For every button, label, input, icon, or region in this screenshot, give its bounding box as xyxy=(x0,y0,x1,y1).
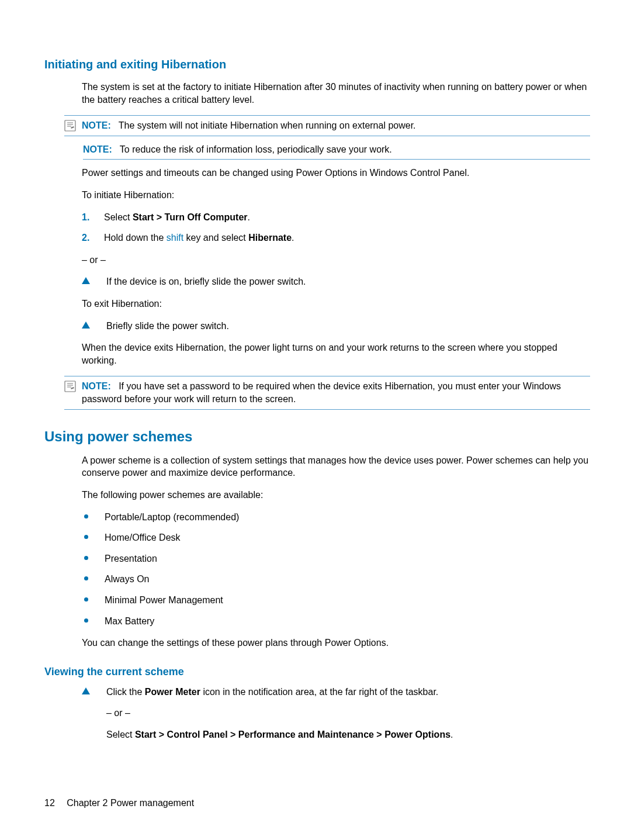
list-item: Always On xyxy=(82,573,590,586)
para-initiate: To initiate Hibernation: xyxy=(82,189,590,202)
list-item: Portable/Laptop (recommended) xyxy=(82,511,590,524)
step-1: 1. Select Start > Turn Off Computer. xyxy=(82,211,590,224)
heading-viewing-scheme: Viewing the current scheme xyxy=(44,665,590,679)
step-text: Click the Power Meter icon in the notifi… xyxy=(106,686,590,699)
para-settings: Power settings and timeouts can be chang… xyxy=(82,167,590,179)
bullet-icon xyxy=(84,514,88,518)
page-number: 12 xyxy=(44,798,55,808)
or-separator: – or – xyxy=(106,707,590,720)
document-page: Initiating and exiting Hibernation The s… xyxy=(0,0,631,840)
step-text: Select Start > Control Panel > Performan… xyxy=(106,728,590,741)
list-item-label: Home/Office Desk xyxy=(105,531,181,544)
scheme-list: Portable/Laptop (recommended) Home/Offic… xyxy=(82,511,590,628)
note-icon xyxy=(64,381,76,392)
chapter-label: Chapter 2 Power management xyxy=(67,798,194,808)
bullet-icon xyxy=(84,618,88,623)
svg-rect-0 xyxy=(65,120,75,131)
list-item: Home/Office Desk xyxy=(82,531,590,544)
page-footer: 12 Chapter 2 Power management xyxy=(44,797,194,810)
note-label: NOTE: xyxy=(82,120,111,130)
para-intro: The system is set at the factory to init… xyxy=(82,81,590,106)
note-label: NOTE: xyxy=(82,381,111,391)
ordered-steps: 1. Select Start > Turn Off Computer. 2. … xyxy=(82,211,590,244)
list-item-label: Always On xyxy=(105,573,149,586)
svg-rect-4 xyxy=(65,381,75,392)
note-label: NOTE: xyxy=(83,144,112,154)
triangle-icon xyxy=(82,322,90,329)
list-item: Presentation xyxy=(82,552,590,565)
step-marker: 2. xyxy=(82,231,91,244)
note-box: NOTE: The system will not initiate Hiber… xyxy=(64,115,590,136)
para-exit: To exit Hibernation: xyxy=(82,298,590,310)
step-text: If the device is on, briefly slide the p… xyxy=(106,275,590,288)
note-box: NOTE: To reduce the risk of information … xyxy=(83,143,590,160)
step-text: Select Start > Turn Off Computer. xyxy=(104,211,250,224)
bullet-icon xyxy=(84,556,88,560)
triangle-icon xyxy=(82,277,90,284)
list-item-label: Portable/Laptop (recommended) xyxy=(105,511,239,524)
note-text: NOTE: The system will not initiate Hiber… xyxy=(82,119,590,132)
step-text: Briefly slide the power switch. xyxy=(106,320,590,333)
note-body: If you have set a password to be require… xyxy=(82,381,561,404)
triangle-step: If the device is on, briefly slide the p… xyxy=(82,275,590,288)
note-icon xyxy=(64,120,76,132)
para-available: The following power schemes are availabl… xyxy=(82,489,590,502)
list-item: Minimal Power Management xyxy=(82,594,590,607)
triangle-icon xyxy=(82,687,90,694)
triangle-step: Click the Power Meter icon in the notifi… xyxy=(82,686,590,741)
para-change: You can change the settings of these pow… xyxy=(82,637,590,649)
note-text: NOTE: If you have set a password to be r… xyxy=(82,380,590,405)
key-shift: shift xyxy=(167,233,183,243)
note-box: NOTE: If you have set a password to be r… xyxy=(64,376,590,409)
para-scheme-intro: A power scheme is a collection of system… xyxy=(82,454,590,479)
step-marker: 1. xyxy=(82,211,91,224)
list-item: Max Battery xyxy=(82,615,590,628)
note-text: NOTE: To reduce the risk of information … xyxy=(83,143,590,156)
step-text: Hold down the shift key and select Hiber… xyxy=(104,231,294,244)
or-separator: – or – xyxy=(82,254,590,267)
triangle-step: Briefly slide the power switch. xyxy=(82,320,590,333)
list-item-label: Max Battery xyxy=(105,615,154,628)
heading-hibernation: Initiating and exiting Hibernation xyxy=(44,57,590,72)
note-body: The system will not initiate Hibernation… xyxy=(119,120,416,130)
bullet-icon xyxy=(84,597,88,602)
para-when: When the device exits Hibernation, the p… xyxy=(82,341,590,367)
bullet-icon xyxy=(84,576,88,580)
note-body: To reduce the risk of information loss, … xyxy=(120,144,392,154)
step-2: 2. Hold down the shift key and select Hi… xyxy=(82,231,590,244)
list-item-label: Presentation xyxy=(105,552,157,565)
bullet-icon xyxy=(84,535,88,539)
step-block: Click the Power Meter icon in the notifi… xyxy=(106,686,590,741)
heading-power-schemes: Using power schemes xyxy=(44,427,590,446)
list-item-label: Minimal Power Management xyxy=(105,594,223,607)
